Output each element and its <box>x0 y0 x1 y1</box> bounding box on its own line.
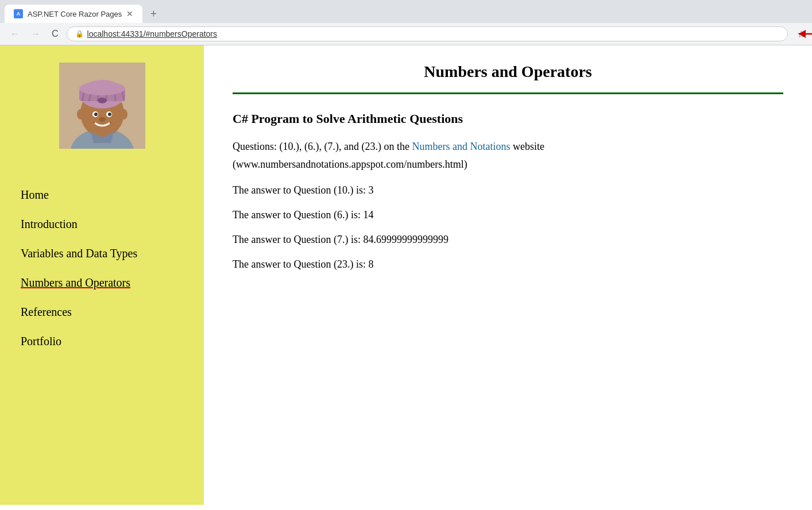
back-button[interactable]: ← <box>7 28 23 40</box>
browser-chrome: A ASP.NET Core Razor Pages ✕ + ← → C 🔒 l… <box>0 0 812 45</box>
sidebar-item-variables[interactable]: Variables and Data Types <box>11 239 192 268</box>
answer-q7: The answer to Question (7.) is: 84.69999… <box>233 234 783 246</box>
intro-paragraph: Questions: (10.), (6.), (7.), and (23.) … <box>233 138 783 173</box>
svg-point-19 <box>108 113 111 116</box>
answer-q7-value: 84.69999999999999 <box>363 234 448 245</box>
svg-point-14 <box>79 82 125 95</box>
new-tab-button[interactable]: + <box>145 5 162 22</box>
answer-q23: The answer to Question (23.) is: 8 <box>233 258 783 271</box>
page-title: Numbers and Operators <box>233 63 783 81</box>
tab-close-button[interactable]: ✕ <box>126 9 133 18</box>
sidebar: Home Introduction Variables and Data Typ… <box>0 45 204 505</box>
sidebar-item-portfolio[interactable]: Portfolio <box>11 327 192 356</box>
answer-q23-value: 8 <box>368 258 373 270</box>
main-content: Numbers and Operators C# Program to Solv… <box>204 45 812 505</box>
answer-q6: The answer to Question (6.) is: 14 <box>233 209 783 221</box>
svg-point-20 <box>99 117 106 122</box>
address-input[interactable]: 🔒 localhost:44331/#numbersOperators <box>67 26 788 41</box>
green-divider <box>233 92 783 94</box>
sidebar-item-home[interactable]: Home <box>11 180 192 210</box>
intro-text-2: website <box>510 141 544 152</box>
avatar <box>59 63 145 149</box>
bookmark-button[interactable]: ☆ <box>797 29 805 40</box>
sidebar-item-references[interactable]: References <box>11 298 192 327</box>
lock-icon: 🔒 <box>75 30 84 38</box>
svg-point-15 <box>98 98 107 103</box>
intro-text-1: Questions: (10.), (6.), (7.), and (23.) … <box>233 141 412 152</box>
sidebar-item-introduction[interactable]: Introduction <box>11 210 192 239</box>
forward-button[interactable]: → <box>28 28 44 40</box>
section-heading: C# Program to Solve Arithmetic Questions <box>233 111 783 126</box>
sidebar-nav: Home Introduction Variables and Data Typ… <box>11 180 192 356</box>
numbers-notations-link[interactable]: Numbers and Notations <box>412 141 510 152</box>
active-tab[interactable]: A ASP.NET Core Razor Pages ✕ <box>5 5 142 23</box>
answer-q10-value: 3 <box>368 184 373 196</box>
tab-title: ASP.NET Core Razor Pages <box>28 10 122 18</box>
address-bar: ← → C 🔒 localhost:44331/#numbersOperator… <box>0 23 812 45</box>
intro-text-3: (www.numbersandnotations.appspot.com/num… <box>233 159 467 170</box>
reload-button[interactable]: C <box>48 28 62 40</box>
svg-point-18 <box>94 113 98 116</box>
avatar-container <box>59 63 145 152</box>
svg-point-22 <box>121 109 127 119</box>
sidebar-item-numbers[interactable]: Numbers and Operators <box>11 268 192 298</box>
answer-q10: The answer to Question (10.) is: 3 <box>233 184 783 196</box>
tab-bar: A ASP.NET Core Razor Pages ✕ + <box>0 0 812 23</box>
svg-point-21 <box>77 109 84 119</box>
url-text: localhost:44331/#numbersOperators <box>87 29 217 38</box>
answer-q6-value: 14 <box>363 209 373 221</box>
tab-favicon: A <box>14 9 23 18</box>
page-layout: Home Introduction Variables and Data Typ… <box>0 45 812 505</box>
